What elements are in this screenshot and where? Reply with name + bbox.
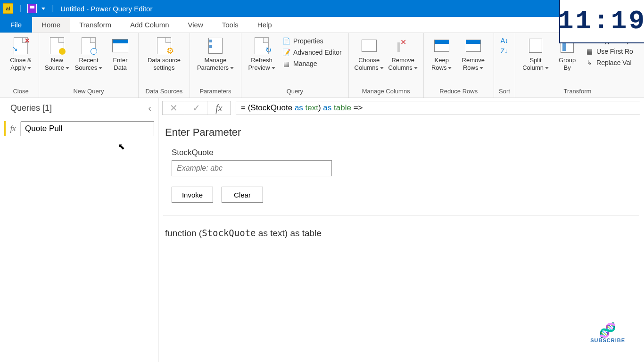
ribbon-label-parameters: Parameters	[199, 86, 231, 98]
ribbon-group-new-query: New Source Recent Sources Enter Data New…	[39, 33, 139, 98]
formula-commit-icon[interactable]: ✓	[185, 101, 208, 115]
advanced-editor-button[interactable]: 📝Advanced Editor	[280, 47, 344, 58]
ribbon-label-sort: Sort	[499, 86, 510, 98]
queries-title: Queries [1]	[10, 103, 52, 113]
refresh-preview-button[interactable]: ↻ Refresh Preview	[246, 35, 277, 71]
subscribe-label: SUBSCRIBE	[590, 337, 625, 343]
qat-dropdown-icon[interactable]	[41, 8, 45, 10]
ribbon-label-transform: Transform	[564, 86, 592, 98]
ribbon: ✕↘ Close & Apply Close New Source Recent…	[0, 33, 644, 98]
remove-columns-icon	[394, 37, 412, 55]
divider	[163, 215, 639, 215]
dna-icon: 🧬	[590, 323, 625, 337]
close-apply-icon: ✕↘	[12, 37, 30, 55]
close-apply-button[interactable]: ✕↘ Close & Apply	[8, 35, 34, 71]
ribbon-group-parameters: Manage Parameters Parameters	[190, 33, 241, 98]
window-title: Untitled - Power Query Editor	[60, 5, 152, 13]
tab-add-column[interactable]: Add Column	[121, 17, 179, 33]
content: Enter Parameter StockQuote Invoke Clear …	[158, 118, 644, 247]
subscribe-badge: 🧬 SUBSCRIBE	[590, 323, 625, 343]
main-area: ✕ ✓ fx = (StockQuote as text) as table =…	[158, 98, 644, 362]
tab-help[interactable]: Help	[248, 17, 281, 33]
tab-tools[interactable]: Tools	[213, 17, 248, 33]
manage-icon: ▦	[282, 59, 290, 68]
formula-fx-icon[interactable]: fx	[208, 101, 231, 115]
sort-asc-button[interactable]: A↓	[499, 36, 510, 45]
data-source-settings-icon: ⚙	[155, 37, 173, 55]
collapse-panel-icon[interactable]: ‹	[148, 103, 151, 114]
enter-data-button[interactable]: Enter Data	[107, 35, 133, 71]
ribbon-group-data-sources: ⚙ Data source settings Data Sources	[139, 33, 190, 98]
advanced-editor-icon: 📝	[282, 48, 290, 57]
clear-button[interactable]: Clear	[222, 187, 263, 203]
save-icon[interactable]	[27, 4, 37, 13]
sort-desc-icon: Z↓	[501, 47, 508, 55]
app-icon: al	[3, 3, 13, 14]
remove-rows-button[interactable]: Remove Rows	[458, 35, 489, 71]
formula-buttons: ✕ ✓ fx	[162, 101, 231, 115]
tab-view[interactable]: View	[179, 17, 213, 33]
ribbon-group-query: ↻ Refresh Preview 📄Properties 📝Advanced …	[241, 33, 349, 98]
ribbon-group-sort: A↓ Z↓ Sort	[494, 33, 515, 98]
separator-icon: |	[52, 4, 54, 13]
ribbon-label-query: Query	[287, 86, 303, 98]
function-signature: function (StockQuote as text) as table	[165, 228, 639, 239]
recent-sources-icon	[80, 37, 98, 55]
manage-parameters-button[interactable]: Manage Parameters	[195, 35, 236, 71]
properties-button[interactable]: 📄Properties	[280, 36, 344, 46]
ribbon-group-manage-columns: Choose Columns Remove Columns Manage Col…	[349, 33, 424, 98]
properties-icon: 📄	[282, 37, 290, 45]
replace-values-icon: ↳	[585, 58, 594, 67]
manage-parameters-icon	[206, 37, 224, 55]
stockquote-input[interactable]	[172, 160, 332, 176]
formula-input[interactable]: = (StockQuote as text) as table =>	[236, 101, 640, 115]
tab-transform[interactable]: Transform	[70, 17, 121, 33]
ribbon-group-reduce-rows: Keep Rows Remove Rows Reduce Rows	[424, 33, 494, 98]
ribbon-label-reduce-rows: Reduce Rows	[439, 86, 478, 98]
choose-columns-button[interactable]: Choose Columns	[354, 35, 385, 71]
formula-bar: ✕ ✓ fx = (StockQuote as text) as table =…	[158, 98, 644, 118]
clock-overlay: 11:19	[559, 0, 644, 43]
new-source-button[interactable]: New Source	[44, 35, 70, 71]
use-first-row-icon: ▦	[585, 47, 594, 56]
ribbon-label-manage-columns: Manage Columns	[362, 86, 410, 98]
replace-values-button[interactable]: ↳Replace Val	[583, 58, 635, 68]
remove-rows-icon	[464, 37, 482, 55]
queries-header: Queries [1] ‹	[0, 98, 158, 118]
query-item[interactable]: fx	[4, 121, 154, 136]
formula-cancel-icon[interactable]: ✕	[163, 101, 185, 115]
ribbon-group-close: ✕↘ Close & Apply Close	[3, 33, 39, 98]
new-source-icon	[48, 37, 66, 55]
ribbon-label-new-query: New Query	[73, 86, 104, 98]
tab-home[interactable]: Home	[32, 17, 70, 33]
enter-data-icon	[111, 37, 129, 55]
sort-asc-icon: A↓	[501, 37, 508, 44]
refresh-preview-icon: ↻	[253, 37, 271, 55]
keep-rows-button[interactable]: Keep Rows	[429, 35, 455, 71]
manage-button[interactable]: ▦Manage	[280, 58, 344, 69]
choose-columns-icon	[360, 37, 378, 55]
sort-desc-button[interactable]: Z↓	[499, 46, 510, 56]
tab-file[interactable]: File	[0, 17, 32, 33]
menu-bar: File Home Transform Add Column View Tool…	[0, 17, 644, 33]
param-label: StockQuote	[172, 148, 639, 157]
query-name-input[interactable]	[21, 121, 154, 136]
ribbon-label-data-sources: Data Sources	[146, 86, 183, 98]
workspace: Queries [1] ‹ fx ⬉ ✕ ✓ fx = (StockQuote …	[0, 98, 644, 362]
remove-columns-button[interactable]: Remove Columns	[388, 35, 419, 71]
data-source-settings-button[interactable]: ⚙ Data source settings	[143, 35, 185, 71]
queries-panel: Queries [1] ‹ fx ⬉	[0, 98, 158, 362]
split-column-icon	[527, 37, 545, 55]
split-column-button[interactable]: Split Column	[520, 35, 551, 71]
use-first-row-button[interactable]: ▦Use First Ro	[583, 46, 635, 57]
cursor-icon: ⬉	[118, 141, 125, 152]
ribbon-label-close: Close	[13, 86, 28, 98]
enter-parameter-heading: Enter Parameter	[165, 126, 639, 139]
keep-rows-icon	[433, 37, 451, 55]
function-icon: fx	[6, 122, 21, 136]
recent-sources-button[interactable]: Recent Sources	[73, 35, 104, 71]
invoke-button[interactable]: Invoke	[172, 187, 213, 203]
separator-icon: |	[20, 4, 22, 13]
title-bar: al | | Untitled - Power Query Editor	[0, 0, 644, 17]
